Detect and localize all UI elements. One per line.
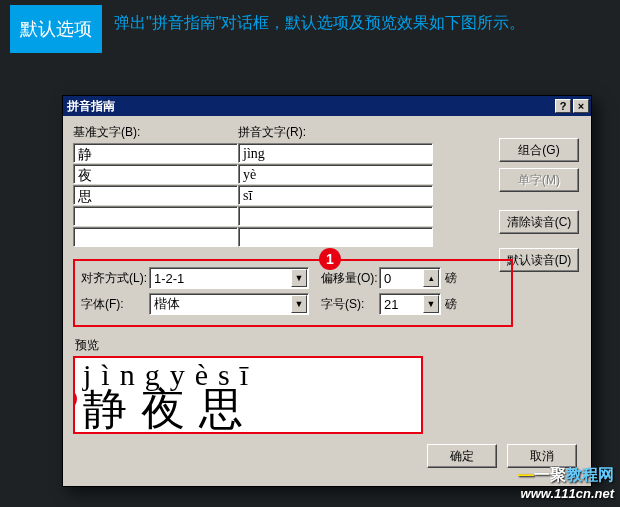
base-cell[interactable]: 静 xyxy=(73,143,238,163)
pinyin-guide-dialog: 拼音指南 ? × 基准文字(B): 拼音文字(R): 静 jìng 夜 yè 思… xyxy=(62,95,592,487)
callout-marker-2: 2 xyxy=(73,388,77,410)
font-select[interactable]: 楷体 ▼ xyxy=(149,293,309,315)
size-value: 21 xyxy=(384,297,398,312)
base-cell[interactable] xyxy=(73,206,238,226)
offset-unit: 磅 xyxy=(445,270,457,287)
chevron-down-icon[interactable]: ▼ xyxy=(423,295,439,313)
single-char-button: 单字(M) xyxy=(499,168,579,192)
help-icon[interactable]: ? xyxy=(555,99,571,113)
align-select[interactable]: 1-2-1 ▼ xyxy=(149,267,309,289)
callout-marker-1: 1 xyxy=(319,248,341,270)
font-value: 楷体 xyxy=(154,295,180,313)
size-label: 字号(S): xyxy=(321,296,379,313)
spinner-icon[interactable]: ▴ xyxy=(423,269,439,287)
brand-watermark: —一聚教程网 www.111cn.net xyxy=(518,465,614,501)
offset-spinner[interactable]: 0 ▴ xyxy=(379,267,441,289)
size-unit: 磅 xyxy=(445,296,457,313)
align-value: 1-2-1 xyxy=(154,271,184,286)
close-icon[interactable]: × xyxy=(573,99,589,113)
brand-logo: —一聚教程网 xyxy=(518,465,614,486)
base-cell[interactable] xyxy=(73,227,238,247)
ok-button[interactable]: 确定 xyxy=(427,444,497,468)
base-cell[interactable]: 夜 xyxy=(73,164,238,184)
chevron-down-icon[interactable]: ▼ xyxy=(291,269,307,287)
preview-label: 预览 xyxy=(75,337,581,354)
pinyin-cell[interactable]: sī xyxy=(238,185,433,205)
font-label: 字体(F): xyxy=(81,296,149,313)
banner-text: 弹出"拼音指南"对话框，默认选项及预览效果如下图所示。 xyxy=(114,5,525,35)
base-text-label: 基准文字(B): xyxy=(73,124,238,141)
banner-badge: 默认选项 xyxy=(10,5,102,53)
dialog-titlebar: 拼音指南 ? × xyxy=(63,96,591,116)
instruction-banner: 默认选项 弹出"拼音指南"对话框，默认选项及预览效果如下图所示。 xyxy=(0,0,620,53)
align-label: 对齐方式(L): xyxy=(81,270,149,287)
base-cell[interactable]: 思 xyxy=(73,185,238,205)
pinyin-cell[interactable] xyxy=(238,206,433,226)
settings-highlight-box: 1 对齐方式(L): 1-2-1 ▼ 偏移量(O): 0 ▴ 磅 字体(F): … xyxy=(73,259,513,327)
size-select[interactable]: 21 ▼ xyxy=(379,293,441,315)
dialog-title: 拼音指南 xyxy=(67,98,115,115)
pinyin-cell[interactable]: jìng xyxy=(238,143,433,163)
pinyin-cell[interactable]: yè xyxy=(238,164,433,184)
clear-reading-button[interactable]: 清除读音(C) xyxy=(499,210,579,234)
offset-label: 偏移量(O): xyxy=(321,270,379,287)
preview-hanzi: 静夜思 xyxy=(83,388,413,432)
pinyin-cell[interactable] xyxy=(238,227,433,247)
combine-button[interactable]: 组合(G) xyxy=(499,138,579,162)
brand-url: www.111cn.net xyxy=(518,486,614,501)
preview-box: 2 jìngyèsī 静夜思 xyxy=(73,356,423,434)
offset-value: 0 xyxy=(384,271,391,286)
chevron-down-icon[interactable]: ▼ xyxy=(291,295,307,313)
